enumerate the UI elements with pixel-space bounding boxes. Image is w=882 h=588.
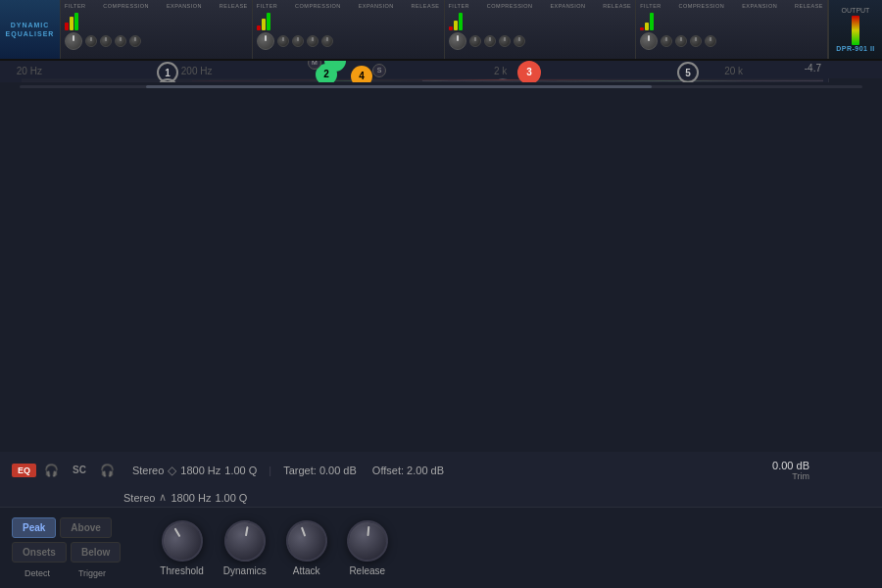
below-button[interactable]: Below [71,542,121,563]
hw-ch4-knob-comp[interactable] [661,35,672,47]
sc-badge: SC [67,463,92,477]
hw-ch1-knob-thresh[interactable] [115,35,126,47]
shape2-icon[interactable]: ∧ [159,491,167,504]
hw-ch2-rel: RELEASE [412,3,440,9]
hw-ch2-knob-rel[interactable] [321,35,333,47]
hw-ch1-knob-comp[interactable] [85,35,97,47]
hw-ch4-knob-freq[interactable] [640,32,658,50]
hw-ch3-knob-comp[interactable] [469,35,481,47]
eq-node-5[interactable]: 5 [677,62,699,82]
hw-meter-green4 [650,13,654,30]
dynamics-knob[interactable] [220,516,269,564]
threshold-knob[interactable] [154,513,210,568]
scrollbar-area[interactable] [0,82,882,90]
eq-display-wrapper: -4.7 20 Hz 200 Hz 2 k 20 k 12 10 8 6 4 2… [0,61,882,452]
hw-ch3-knob-thresh[interactable] [499,35,511,47]
hw-ch1-knob-rel[interactable] [129,35,141,47]
dynamics-panel: Peak Above Onsets Below Detect Trigger T… [0,508,882,588]
mode1-label: Stereo [132,465,164,476]
main-area: -4.7 20 Hz 200 Hz 2 k 20 k 12 10 8 6 4 2… [0,61,882,588]
hw-ch4-knobs [640,32,823,50]
above-button[interactable]: Above [60,517,112,538]
hw-ch3-comp: COMPRESSION [487,3,533,9]
hw-ch3-knob-rel[interactable] [514,35,525,47]
peak-button[interactable]: Peak [12,517,56,538]
hw-meter-yellow2 [262,19,266,30]
freq1-value: 1800 Hz [180,465,220,476]
eq-node-3[interactable]: 3 [517,61,541,82]
eq-info-bar-2: Stereo ∧ 1800 Hz 1.00 Q [0,488,882,508]
hw-ch4-sections: FILTER COMPRESSION EXPANSION RELEASE [640,3,823,9]
hw-channel-3: FILTER COMPRESSION EXPANSION RELEASE [445,0,637,59]
trim-display: 0.00 dB Trim [772,460,809,481]
scrollbar-track[interactable] [20,85,862,88]
hw-ch3-knob-freq[interactable] [449,32,466,50]
freq-label-20hz: 20 Hz [17,66,42,76]
sc-headphone-icon[interactable]: 🎧 [100,464,115,477]
eq-node-1[interactable]: 1 [157,62,178,82]
hw-ch2-knob-thresh[interactable] [307,35,318,47]
hw-ch4-knob-exp[interactable] [675,35,687,47]
eq-badge[interactable]: EQ [12,464,36,477]
onsets-button[interactable]: Onsets [12,542,67,563]
hw-ch4-knob-thresh[interactable] [690,35,702,47]
hw-ch3-rel: RELEASE [603,3,631,9]
hw-ch1-knob-freq[interactable] [65,32,82,50]
output-label: OUTPUT [842,7,870,14]
release-knob[interactable] [345,518,390,564]
scrollbar-thumb[interactable] [146,85,652,88]
detect-label: Detect [12,568,63,578]
eq-node-4[interactable]: 4 [351,66,372,82]
eq-mode-1: Stereo ◇ 1800 Hz 1.00 Q [132,464,257,477]
separator: | [269,465,271,476]
hw-meter-green3 [459,13,463,30]
freq-label-2k: 2 k [494,66,507,76]
top-db-value: -4.7 [805,63,821,74]
hw-ch2-exp: EXPANSION [359,3,394,9]
eq-headphone-icon[interactable]: 🎧 [44,464,59,477]
hw-ch1-sections: FILTER COMPRESSION EXPANSION RELEASE [65,3,248,9]
attack-knob[interactable] [280,514,333,567]
hardware-title: DYNAMICEQUALISER [6,21,55,38]
trigger-buttons: Onsets Below [12,542,121,563]
hw-ch4-knob-rel[interactable] [705,35,716,47]
vu-top-value: 0 [874,80,878,82]
hw-ch3-sections: FILTER COMPRESSION EXPANSION RELEASE [449,3,632,9]
hw-ch3-filter: FILTER [449,3,470,9]
hw-ch2-comp: COMPRESSION [295,3,341,9]
freq-label-20k: 20 k [724,66,743,76]
hw-ch2-knob-freq[interactable] [257,32,274,50]
hw-ch1-rel: RELEASE [220,3,248,9]
hw-ch1-knob-exp[interactable] [100,35,112,47]
eq-display[interactable]: -4.7 20 Hz 200 Hz 2 k 20 k 12 10 8 6 4 2… [0,61,882,82]
eq-curve-svg [22,78,823,82]
offset-value: Offset: 2.00 dB [372,465,444,476]
hw-ch4-meters [640,11,823,30]
eq-node-4-s-badge: S [372,64,386,77]
shape1-icon[interactable]: ◇ [168,464,176,477]
model-label: DPR-901 II [836,45,875,52]
db-labels-left: 12 10 8 6 4 2 0 -2 -4 -6 -8 -10 -12 [0,78,22,82]
hw-meter-red4 [640,27,644,30]
trigger-label: Trigger [67,568,118,578]
vu-meter: 0 0 6 12 24 48 [828,78,882,82]
eq-mode-2: Stereo ∧ 1800 Hz 1.00 Q [123,491,247,504]
db-label-12: 12 [0,80,22,82]
hw-meter-green2 [267,13,270,30]
freq-labels: 20 Hz 200 Hz 2 k 20 k [0,61,823,80]
hw-ch3-knob-exp[interactable] [484,35,496,47]
attack-knob-container: Attack [286,520,327,576]
hw-ch2-knob-comp[interactable] [277,35,289,47]
q2-value: 1.00 Q [215,492,247,504]
hw-ch1-filter: FILTER [65,3,86,9]
trim-db-value: 0.00 dB [772,460,809,471]
hw-ch3-exp: EXPANSION [550,3,585,9]
mode2-label: Stereo [123,492,155,504]
hw-ch2-knob-exp[interactable] [292,35,304,47]
dynamics-knobs: Threshold Dynamics Attack Release [160,520,387,576]
hw-ch1-knobs [65,32,248,50]
hw-ch2-meters [257,11,440,30]
hw-ch4-comp: COMPRESSION [679,3,725,9]
dynamics-label: Dynamics [223,565,267,576]
hw-ch2-sections: FILTER COMPRESSION EXPANSION RELEASE [257,3,440,9]
